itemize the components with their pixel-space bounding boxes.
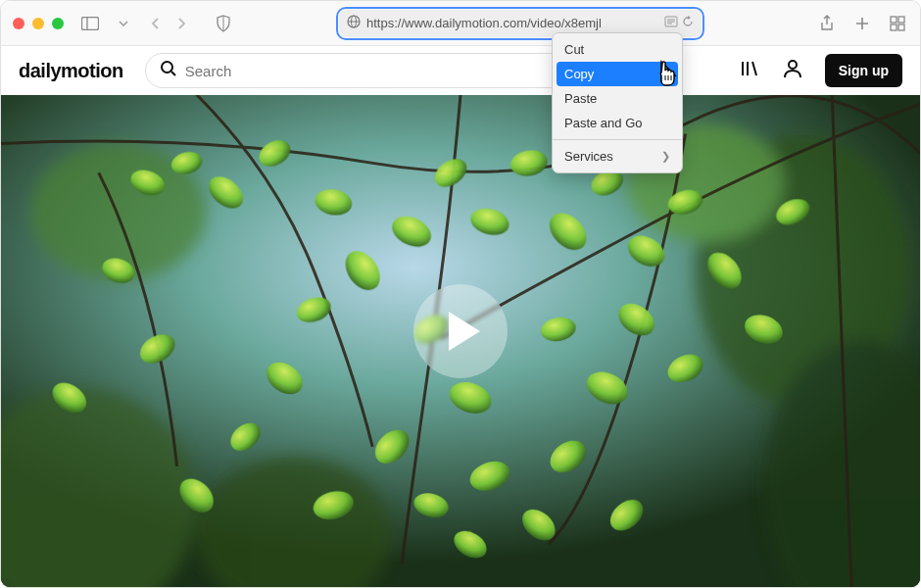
back-button[interactable] xyxy=(144,13,168,34)
svg-rect-12 xyxy=(891,17,897,23)
url-text: https://www.dailymotion.com/video/x8emjl xyxy=(366,16,664,30)
window-controls xyxy=(13,18,64,29)
menu-separator xyxy=(553,139,682,140)
svg-point-21 xyxy=(789,61,797,69)
forward-button[interactable] xyxy=(170,13,193,34)
minimize-window-button[interactable] xyxy=(32,18,44,29)
svg-line-17 xyxy=(171,72,175,75)
chevron-down-icon[interactable] xyxy=(113,13,134,34)
refresh-icon[interactable] xyxy=(682,16,694,30)
video-player[interactable] xyxy=(1,95,920,587)
share-icon[interactable] xyxy=(816,13,838,34)
play-button[interactable] xyxy=(413,284,508,378)
tabs-overview-icon[interactable] xyxy=(887,13,908,34)
context-menu-paste[interactable]: Paste xyxy=(553,86,682,111)
site-header: dailymotion Sign up xyxy=(1,46,920,95)
library-icon[interactable] xyxy=(739,58,760,83)
search-icon xyxy=(160,60,177,81)
context-menu-paste-and-go[interactable]: Paste and Go xyxy=(553,111,682,135)
context-menu-copy[interactable]: Copy xyxy=(557,62,678,86)
globe-icon xyxy=(347,15,361,31)
browser-toolbar: https://www.dailymotion.com/video/x8emjl xyxy=(1,1,920,46)
svg-line-20 xyxy=(752,62,756,75)
context-menu-services[interactable]: Services ❯ xyxy=(553,144,682,169)
maximize-window-button[interactable] xyxy=(52,18,64,29)
close-window-button[interactable] xyxy=(13,18,24,29)
svg-rect-13 xyxy=(898,17,904,23)
svg-rect-0 xyxy=(82,17,99,29)
svg-rect-14 xyxy=(891,24,897,30)
play-icon xyxy=(449,312,480,351)
svg-point-16 xyxy=(162,62,172,73)
dailymotion-logo[interactable]: dailymotion xyxy=(19,60,123,82)
sidebar-toggle-icon[interactable] xyxy=(79,13,101,34)
context-menu-cut[interactable]: Cut xyxy=(553,37,682,62)
reader-icon[interactable] xyxy=(664,16,678,30)
signup-button[interactable]: Sign up xyxy=(825,54,902,87)
context-menu: Cut Copy Paste Paste and Go Services ❯ xyxy=(552,32,683,173)
new-tab-icon[interactable] xyxy=(851,13,873,34)
account-icon[interactable] xyxy=(782,58,803,83)
svg-rect-15 xyxy=(898,24,904,30)
privacy-shield-icon[interactable] xyxy=(213,13,234,34)
chevron-right-icon: ❯ xyxy=(661,150,670,163)
